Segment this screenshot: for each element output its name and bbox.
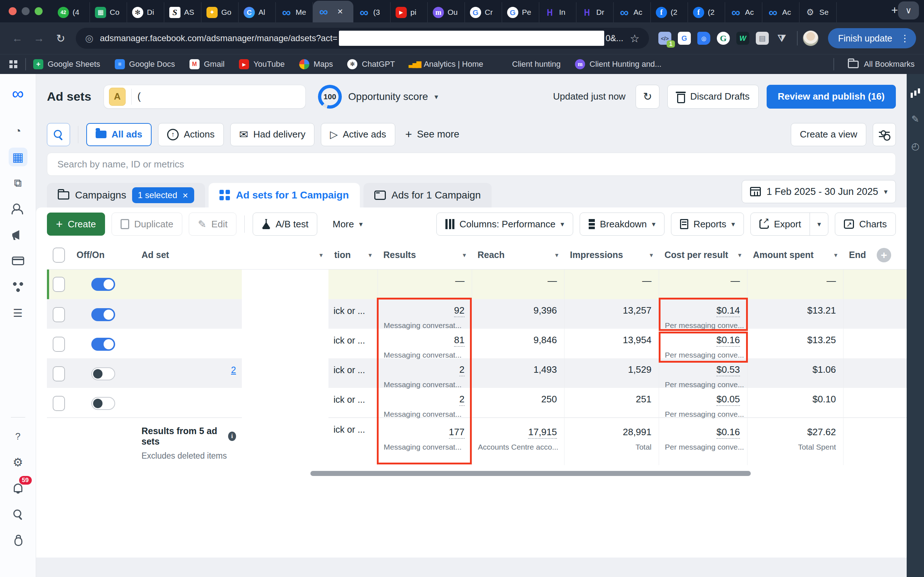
table-row[interactable]: ick or ... 2Messaging conversat... 250 2… — [47, 388, 907, 417]
sidebar-search-icon[interactable] — [9, 505, 27, 524]
table-row[interactable]: ick or ... 92Messaging conversat... 9,39… — [47, 299, 907, 329]
advertise-megaphone-icon[interactable] — [9, 226, 27, 244]
browser-tab[interactable]: Go ✕ — [202, 2, 239, 23]
all-bookmarks-button[interactable]: All Bookmarks — [834, 58, 914, 70]
ad-set-toggle[interactable] — [91, 278, 115, 291]
tab-ads[interactable]: Ads for 1 Campaign — [363, 183, 492, 208]
tab-campaigns[interactable]: Campaigns 1 selected — [47, 183, 205, 208]
browser-tab[interactable]: Di ✕ — [127, 2, 164, 23]
chevron-down-icon[interactable]: ▾ — [884, 187, 887, 196]
create-view-button[interactable]: Create a view — [791, 123, 866, 146]
review-publish-button[interactable]: Review and publish (16) — [767, 85, 896, 109]
maximize-window-button[interactable] — [35, 7, 43, 15]
meta-logo-icon[interactable] — [9, 84, 27, 103]
row-checkbox[interactable] — [53, 277, 65, 292]
col-attribution-partial[interactable]: tion▾ — [329, 241, 377, 269]
create-button[interactable]: Create — [47, 213, 105, 235]
add-column-button[interactable]: + — [877, 248, 891, 262]
duplicate-button[interactable]: Duplicate — [111, 213, 182, 235]
table-row[interactable]: 2 ick or ... 2Messaging conversat... 1,4… — [47, 358, 907, 388]
browser-tab[interactable]: Ac ✕ — [725, 2, 762, 23]
all-tools-menu-icon[interactable] — [9, 303, 27, 322]
help-icon[interactable] — [9, 427, 27, 446]
bookmark-item[interactable]: Google Sheets — [33, 59, 100, 69]
new-tab-button[interactable]: + — [891, 3, 898, 17]
close-tab-icon[interactable]: ✕ — [337, 7, 343, 16]
bookmark-item[interactable]: Client Hunting and... — [575, 59, 661, 69]
info-icon[interactable]: i — [228, 432, 236, 441]
col-impressions[interactable]: Impressions▾ — [564, 241, 659, 269]
browser-tab[interactable]: Co ✕ — [90, 2, 127, 23]
row-checkbox[interactable] — [53, 307, 65, 322]
window-controls[interactable] — [9, 7, 43, 15]
history-clock-icon[interactable] — [911, 141, 920, 152]
edit-button[interactable]: Edit — [189, 213, 236, 235]
ab-test-button[interactable]: A/B test — [253, 213, 317, 235]
table-row[interactable]: ick or ... 81Messaging conversat... 9,84… — [47, 329, 907, 358]
col-results[interactable]: Results▾ — [377, 241, 472, 269]
bookmark-item[interactable]: Analytics | Home — [409, 59, 483, 69]
forward-icon[interactable]: → — [30, 29, 48, 48]
selected-filter-badge[interactable]: 1 selected — [132, 187, 194, 203]
browser-tab[interactable]: (4 ✕ — [53, 2, 90, 23]
export-button[interactable]: Export — [751, 213, 810, 235]
col-end[interactable]: End — [843, 241, 871, 269]
browser-tab[interactable]: Ac ✕ — [614, 2, 651, 23]
browser-tab[interactable]: (2 ✕ — [651, 2, 688, 23]
tab-search-chevron-button[interactable]: ∨ — [898, 2, 919, 19]
w-extension-icon[interactable]: W — [736, 32, 749, 45]
apps-grid-icon[interactable] — [10, 60, 17, 68]
close-window-button[interactable] — [9, 7, 17, 15]
browser-tab[interactable]: Dr ✕ — [576, 2, 614, 23]
discard-drafts-button[interactable]: Discard Drafts — [668, 85, 759, 109]
row-checkbox[interactable] — [53, 396, 65, 411]
site-info-icon[interactable]: ◎ — [85, 33, 94, 44]
code-extension-icon[interactable]: </>1 — [658, 32, 671, 45]
more-button[interactable]: More ▾ — [324, 213, 371, 235]
billing-card-icon[interactable] — [9, 251, 27, 270]
bookmark-item[interactable]: Client hunting — [498, 59, 561, 69]
bookmark-item[interactable]: YouTube — [239, 59, 284, 69]
events-manager-icon[interactable] — [9, 277, 27, 296]
account-overview-icon[interactable] — [9, 122, 27, 140]
filter-active-ads[interactable]: Active ads — [321, 123, 395, 146]
col-reach[interactable]: Reach▾ — [472, 241, 564, 269]
notes-extension-icon[interactable]: ▤ — [756, 32, 769, 45]
table-row[interactable]: — — — — — — [47, 269, 907, 299]
campaigns-grid-icon[interactable] — [9, 148, 27, 166]
browser-menu-kebab-icon[interactable]: ⋮ — [897, 33, 913, 44]
browser-tab[interactable]: Al ✕ — [239, 2, 276, 23]
browser-tab[interactable]: AS ✕ — [164, 2, 202, 23]
chevron-down-icon[interactable]: ▾ — [435, 92, 438, 101]
table-search-input[interactable]: Search by name, ID or metrics — [47, 153, 896, 176]
filter-actions[interactable]: Actions — [158, 123, 223, 146]
profile-avatar[interactable] — [803, 30, 819, 46]
ad-set-name-fragment[interactable]: 2 — [231, 365, 236, 375]
minimize-window-button[interactable] — [22, 7, 30, 15]
filter-had-delivery[interactable]: Had delivery — [230, 123, 315, 146]
settings-gear-icon[interactable] — [9, 453, 27, 472]
clear-selection-icon[interactable] — [182, 190, 189, 200]
horizontal-scrollbar[interactable] — [310, 471, 751, 476]
view-settings-button[interactable] — [873, 123, 896, 146]
browser-tab[interactable]: Ac ✕ — [762, 2, 800, 23]
browser-tab[interactable]: (2 ✕ — [688, 2, 725, 23]
browser-tab[interactable]: pi ✕ — [390, 2, 428, 23]
col-ad-set[interactable]: Ad set — [136, 241, 242, 269]
ad-set-toggle[interactable] — [91, 397, 115, 410]
ad-set-toggle[interactable] — [91, 338, 115, 351]
bookmark-star-icon[interactable]: ☆ — [630, 32, 640, 45]
grammarly-extension-icon[interactable]: G — [717, 32, 730, 45]
see-more-button[interactable]: See more — [405, 128, 460, 141]
refresh-button[interactable] — [635, 85, 660, 109]
ads-reporting-icon[interactable] — [9, 174, 27, 192]
insights-bar-chart-icon[interactable] — [911, 89, 920, 98]
tab-ad-sets[interactable]: Ad sets for 1 Campaign — [209, 183, 360, 208]
date-range-button[interactable]: 1 Feb 2025 - 30 Jun 2025 ▾ — [742, 180, 896, 203]
select-all-checkbox[interactable] — [53, 248, 65, 263]
browser-tab[interactable]: Se ✕ — [800, 2, 837, 23]
browser-tab[interactable]: Pe ✕ — [502, 2, 539, 23]
opportunity-score[interactable]: 100 Opportunity score ▾ — [318, 85, 438, 109]
finish-update-button[interactable]: Finish update ⋮ — [828, 28, 916, 48]
browser-tab[interactable]: Me ✕ — [276, 2, 313, 23]
